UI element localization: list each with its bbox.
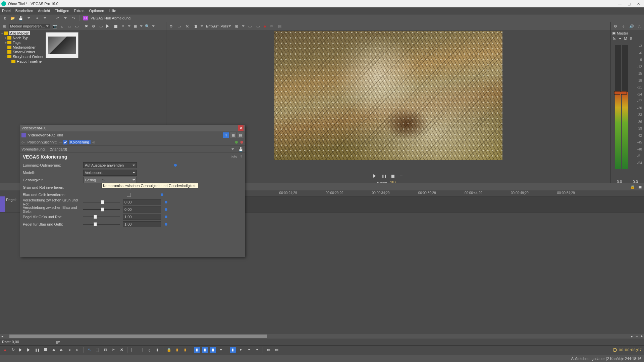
scrollbar-thumb[interactable] xyxy=(9,335,267,338)
auto-crossfade-button[interactable]: ▮ xyxy=(202,347,208,353)
copy-snapshot-icon[interactable]: ▭ xyxy=(255,23,261,29)
master-mute-button[interactable]: M xyxy=(624,37,627,41)
open-icon[interactable]: 📂 xyxy=(10,15,15,21)
preview-settings-icon[interactable]: ⚙ xyxy=(168,23,174,29)
param-shift-gr-slider[interactable] xyxy=(83,200,120,204)
keyframe-icon[interactable] xyxy=(164,207,168,212)
master-solo-button[interactable]: S xyxy=(630,37,632,41)
selection-tool[interactable]: ⬚ xyxy=(94,347,100,353)
scroll-right-icon[interactable]: ▸ xyxy=(630,334,634,339)
split-screen-icon[interactable]: ◨ xyxy=(193,23,198,29)
envelope-tool[interactable]: ✂ xyxy=(110,347,116,353)
preview-output-icon[interactable]: ▭ xyxy=(176,23,182,29)
preview-quality-dropdown[interactable]: Entwurf (Voll) xyxy=(206,24,231,28)
save-preset-icon[interactable]: 💾 xyxy=(238,146,244,152)
record-button[interactable]: ● xyxy=(2,347,8,353)
menu-help[interactable]: Hilfe xyxy=(109,9,116,13)
save-icon[interactable]: 💾 xyxy=(18,15,23,21)
loop-button[interactable]: ↻ xyxy=(10,347,16,353)
prev-frame-button[interactable]: ◂ xyxy=(66,347,72,353)
lock-button[interactable]: 🔒 xyxy=(166,347,172,353)
next-frame-button[interactable]: ▸ xyxy=(74,347,80,353)
play-button[interactable] xyxy=(18,347,24,353)
histogram-icon[interactable]: ▤ xyxy=(277,23,282,29)
scroll-left-icon[interactable]: ◂ xyxy=(0,334,5,339)
maximize-track-icon[interactable]: ▣ xyxy=(637,184,643,189)
zoom-tool[interactable]: ⊡ xyxy=(102,347,108,353)
ripple-dropdown[interactable]: ▾ xyxy=(238,347,244,353)
split-button[interactable]: ⎀ xyxy=(146,347,152,353)
waveform-icon[interactable]: ≋ xyxy=(269,23,274,29)
param-invert-by-checkbox[interactable] xyxy=(127,193,131,197)
downmix-icon[interactable]: ⇩ xyxy=(621,23,626,29)
render-button[interactable]: ▭ xyxy=(266,347,272,353)
fx-close-button[interactable]: ✕ xyxy=(238,125,244,131)
param-level-gr-value[interactable]: 1,00 xyxy=(123,214,161,220)
param-model-dropdown[interactable]: Verbessert xyxy=(83,170,137,176)
fx-bypass-toggle[interactable]: ▦ xyxy=(230,132,236,138)
event-fx-button[interactable]: ✦ xyxy=(254,347,260,353)
fx-remove-icon[interactable]: ⬢ xyxy=(240,140,244,144)
hub-logout-label[interactable]: VEGAS Hub Abmeldung xyxy=(91,16,130,20)
auto-save-button[interactable]: ▮ xyxy=(210,347,216,353)
new-project-icon[interactable]: 🖹 xyxy=(2,15,7,21)
snap-button[interactable]: ▮ xyxy=(174,347,180,353)
preset-dropdown[interactable]: (Standard) xyxy=(48,146,235,152)
preview-play-icon[interactable] xyxy=(106,23,111,29)
save-dropdown-icon[interactable] xyxy=(26,15,32,21)
tree-item-tags[interactable]: +Tags xyxy=(0,40,44,45)
remove-icon[interactable]: ✖ xyxy=(84,23,89,29)
tree-item-media-folder[interactable]: Medienordner xyxy=(0,45,44,50)
param-shift-gr-value[interactable]: 0,00 xyxy=(123,199,161,205)
stop-button[interactable] xyxy=(390,173,395,179)
chevron-down-icon[interactable] xyxy=(242,24,245,28)
menu-view[interactable]: Ansicht xyxy=(38,9,50,13)
quantize-button[interactable]: ▮ xyxy=(182,347,188,353)
play-from-start-button[interactable] xyxy=(26,347,32,353)
fx-node-colorize[interactable]: Kolorierung xyxy=(69,140,90,144)
master-expand-icon[interactable]: ▣ xyxy=(612,31,615,35)
gear-icon[interactable]: ⚙ xyxy=(613,23,618,29)
keyframe-icon[interactable] xyxy=(164,215,168,219)
preview-fx-icon[interactable]: fx xyxy=(184,23,190,29)
scan-icon[interactable]: ⌕ xyxy=(59,23,65,29)
go-start-button[interactable]: ⏮ xyxy=(50,347,56,353)
tag-icon[interactable]: ▭ xyxy=(74,23,79,29)
import-media-button[interactable]: Medien importieren... xyxy=(9,24,50,28)
menu-extras[interactable]: Extras xyxy=(74,9,84,13)
undo-dropdown-icon[interactable] xyxy=(63,15,68,21)
fx-node-enable-checkbox[interactable] xyxy=(63,140,67,144)
menu-options[interactable]: Optionen xyxy=(89,9,104,13)
param-shift-by-value[interactable]: 0,00 xyxy=(123,206,161,213)
fx-node-position[interactable]: Position/Zuschnitt xyxy=(26,140,58,144)
media-thumbnail[interactable] xyxy=(46,32,78,58)
lock-icon[interactable]: 🔒 xyxy=(630,184,635,189)
tree-item-all-media[interactable]: −Alle Medien xyxy=(0,31,44,36)
menu-file[interactable]: Datei xyxy=(2,9,11,13)
gear-icon[interactable]: ⚙ xyxy=(91,23,96,29)
faders-icon[interactable]: ⎍ xyxy=(637,23,642,29)
go-end-button[interactable]: ⏭ xyxy=(58,347,64,353)
fx-icon[interactable]: ▭ xyxy=(98,23,104,29)
chevron-down-icon[interactable] xyxy=(128,24,130,28)
more-icon[interactable]: ⋯ xyxy=(399,173,404,179)
redo-icon[interactable]: ↷ xyxy=(71,15,76,21)
record-indicator-icon[interactable]: ● xyxy=(263,23,266,29)
view-thumb-icon[interactable]: ▦ xyxy=(132,23,138,29)
param-level-by-value[interactable]: 1,00 xyxy=(123,221,161,227)
master-fx-button[interactable]: fx xyxy=(613,37,616,41)
clip-led-left[interactable] xyxy=(614,91,620,95)
zoom-out-icon[interactable]: − xyxy=(634,334,639,338)
fx-titlebar[interactable]: Videoevent-FX ✕ xyxy=(20,125,245,131)
rate-slider-icon[interactable]: ▯▾ xyxy=(56,340,60,344)
upload-button[interactable]: ▭ xyxy=(274,347,280,353)
delete-tool[interactable]: ✖ xyxy=(118,347,124,353)
vegas-hub-icon[interactable]: H xyxy=(83,16,88,20)
param-level-gr-slider[interactable] xyxy=(83,215,120,219)
dim-icon[interactable]: 🔊 xyxy=(629,23,634,29)
trim-start-button[interactable]: ⎸ xyxy=(130,347,136,353)
preview-stop-icon[interactable] xyxy=(113,23,118,29)
master-insert-button[interactable]: ✦ xyxy=(619,37,622,41)
timecode-display[interactable]: 00:00:06;07 xyxy=(613,348,642,352)
maximize-icon[interactable]: ▢ xyxy=(628,2,631,6)
